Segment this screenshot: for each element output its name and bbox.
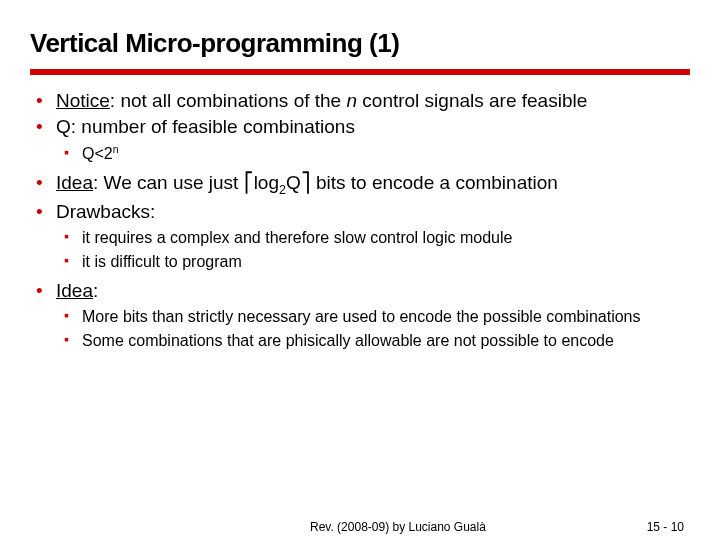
bullet-4-sublist: it requires a complex and therefore slow… bbox=[56, 227, 690, 272]
bullet-2-sub-1-sup: n bbox=[113, 144, 119, 155]
footer-page-number: 15 - 10 bbox=[647, 520, 684, 534]
slide-title: Vertical Micro-programming (1) bbox=[30, 28, 690, 59]
bullet-list: Notice: not all combinations of the n co… bbox=[30, 89, 690, 351]
bullet-5-text: : bbox=[93, 280, 98, 301]
bullet-5-sub-1: More bits than strictly necessary are us… bbox=[56, 306, 690, 328]
bullet-5-keyword: Idea bbox=[56, 280, 93, 301]
bullet-4-sub-2: it is difficult to program bbox=[56, 251, 690, 273]
bullet-4-sub-1: it requires a complex and therefore slow… bbox=[56, 227, 690, 249]
bullet-2-sub-1: Q<2n bbox=[56, 143, 690, 165]
bullet-3-sub: 2 bbox=[279, 182, 286, 196]
bullet-4-text: Drawbacks: bbox=[56, 201, 155, 222]
bullet-1: Notice: not all combinations of the n co… bbox=[30, 89, 690, 113]
bullet-2-text: Q: number of feasible combinations bbox=[56, 116, 355, 137]
bullet-2-sublist: Q<2n bbox=[56, 143, 690, 165]
bullet-1-text-a: : not all combinations of the bbox=[110, 90, 347, 111]
footer-page-prefix: 15 - bbox=[647, 520, 671, 534]
bullet-2: Q: number of feasible combinations Q<2n bbox=[30, 115, 690, 164]
title-underline bbox=[30, 69, 690, 75]
bullet-5: Idea: More bits than strictly necessary … bbox=[30, 279, 690, 352]
bullet-1-keyword: Notice bbox=[56, 90, 110, 111]
bullet-3-keyword: Idea bbox=[56, 172, 93, 193]
bullet-3-text-b: Q⎤ bits to encode a combination bbox=[286, 172, 558, 193]
bullet-2-sub-1-text: Q<2 bbox=[82, 145, 113, 162]
bullet-5-sublist: More bits than strictly necessary are us… bbox=[56, 306, 690, 351]
bullet-1-var-n: n bbox=[346, 90, 357, 111]
footer-revision: Rev. (2008-09) by Luciano Gualà bbox=[310, 520, 486, 534]
bullet-4: Drawbacks: it requires a complex and the… bbox=[30, 200, 690, 273]
bullet-5-sub-2: Some combinations that are phisically al… bbox=[56, 330, 690, 352]
bullet-3-text-a: : We can use just ⎡log bbox=[93, 172, 279, 193]
footer-page-num: 10 bbox=[671, 520, 684, 534]
bullet-3: Idea: We can use just ⎡log2Q⎤ bits to en… bbox=[30, 171, 690, 199]
bullet-1-text-b: control signals are feasible bbox=[357, 90, 587, 111]
